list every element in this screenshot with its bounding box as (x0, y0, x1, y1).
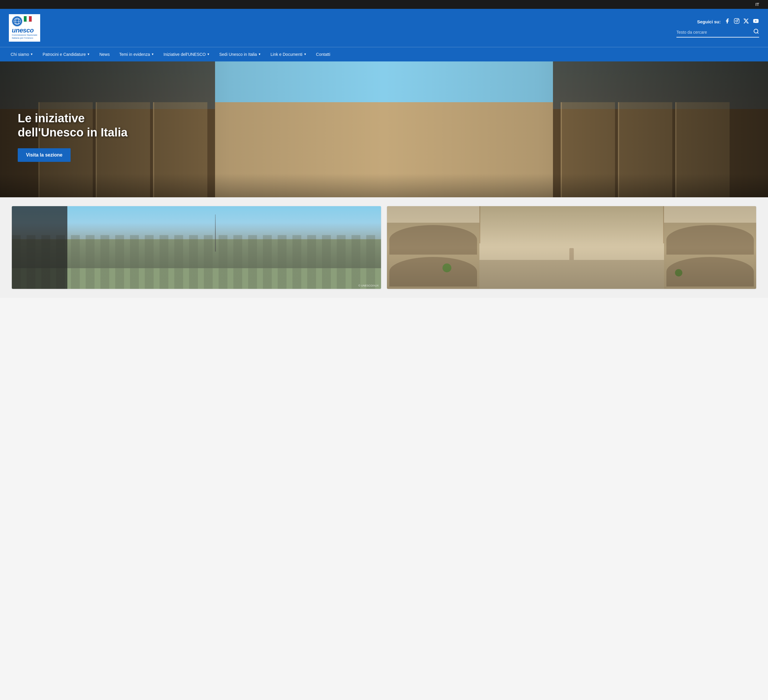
nav-item-patrocini[interactable]: Patrocini e Candidature ▼ (38, 47, 94, 61)
top-bar: IT (0, 0, 768, 9)
search-button[interactable] (753, 28, 759, 36)
chevron-down-icon: ▼ (304, 53, 307, 56)
nav-item-iniziative[interactable]: Iniziative dell'UNESCO ▼ (159, 47, 215, 61)
nav-item-sedi[interactable]: Sedi Unesco in Italia ▼ (214, 47, 266, 61)
nav-item-temi[interactable]: Temi in evidenza ▼ (114, 47, 158, 61)
main-nav: Chi siamo ▼ Patrocini e Candidature ▼ Ne… (0, 47, 768, 61)
logo-subtitle: Commissione Nazionale Italiana per l'Une… (12, 34, 37, 40)
nav-item-chi-siamo[interactable]: Chi siamo ▼ (6, 47, 38, 61)
card-1[interactable]: © UNESCO/AUX (12, 206, 381, 289)
language-link[interactable]: IT (755, 2, 759, 7)
chevron-down-icon: ▼ (258, 53, 261, 56)
svg-point-6 (736, 20, 738, 22)
instagram-icon[interactable] (734, 18, 740, 26)
svg-point-7 (738, 19, 738, 20)
unesco-emblem-icon (12, 16, 22, 27)
italian-flag-icon (24, 16, 32, 22)
nav-item-news[interactable]: News (94, 47, 114, 61)
chevron-down-icon: ▼ (207, 53, 210, 56)
x-twitter-icon[interactable] (743, 18, 749, 26)
logo-text: unesco (12, 27, 34, 34)
search-input[interactable] (677, 30, 753, 35)
hero-cta-button[interactable]: Visita la sezione (18, 148, 70, 162)
facebook-icon[interactable] (724, 18, 730, 26)
youtube-icon[interactable] (753, 18, 759, 26)
hero-section: Le iniziative dell'Unesco in Italia Visi… (0, 61, 768, 197)
hero-content: Le iniziative dell'Unesco in Italia Visi… (18, 111, 130, 162)
card-1-image: © UNESCO/AUX (12, 206, 381, 289)
social-label: Seguici su: (697, 19, 721, 24)
hero-title: Le iniziative dell'Unesco in Italia (18, 111, 130, 139)
card-1-credit: © UNESCO/AUX (358, 284, 379, 287)
site-header: unesco Commissione Nazionale Italiana pe… (0, 9, 768, 47)
svg-line-10 (757, 32, 758, 34)
chevron-down-icon: ▼ (87, 53, 90, 56)
chevron-down-icon: ▼ (151, 53, 154, 56)
nav-item-link[interactable]: Link e Documenti ▼ (266, 47, 311, 61)
logo-box[interactable]: unesco Commissione Nazionale Italiana pe… (9, 14, 40, 42)
logo-area: unesco Commissione Nazionale Italiana pe… (9, 14, 40, 42)
card-2-image (387, 206, 756, 289)
card-2[interactable] (387, 206, 756, 289)
svg-point-9 (754, 29, 758, 33)
header-right: Seguici su: (677, 18, 759, 37)
svg-rect-5 (734, 19, 739, 24)
nav-item-contatti[interactable]: Contatti (311, 47, 335, 61)
social-row: Seguici su: (697, 18, 759, 26)
search-row[interactable] (677, 28, 759, 37)
chevron-down-icon: ▼ (30, 53, 33, 56)
cards-section: © UNESCO/AUX (0, 197, 768, 298)
